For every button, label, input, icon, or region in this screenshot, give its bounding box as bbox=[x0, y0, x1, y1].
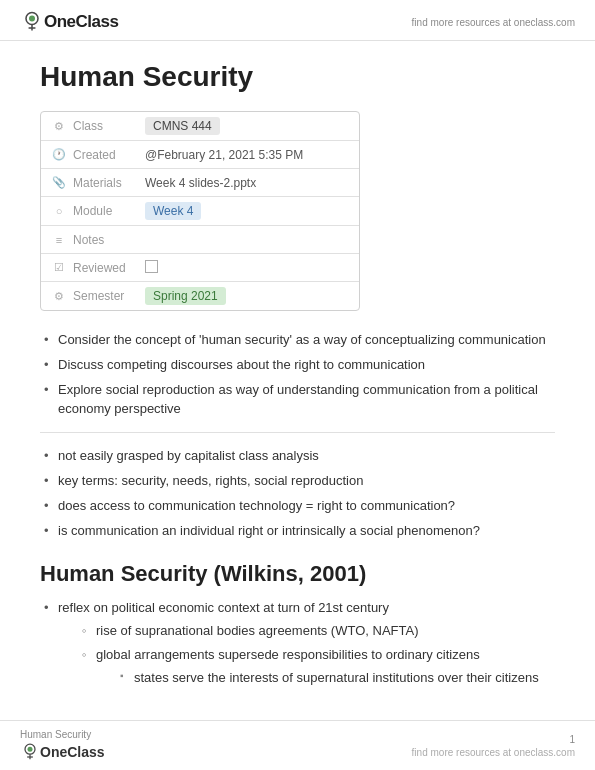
list-item: not easily grasped by capitalist class a… bbox=[40, 447, 555, 466]
sub-sub-bullet-list: states serve the interests of supernatur… bbox=[96, 669, 555, 688]
bullet-list-section3: reflex on political economic context at … bbox=[40, 599, 555, 688]
bullet-list-section1: Consider the concept of 'human security'… bbox=[40, 331, 555, 418]
header: OneClass find more resources at oneclass… bbox=[0, 0, 595, 41]
meta-value-semester: Spring 2021 bbox=[145, 287, 226, 305]
list-item: Consider the concept of 'human security'… bbox=[40, 331, 555, 350]
sub-bullet-list: rise of supranational bodies agreements … bbox=[58, 622, 555, 689]
footer-logo: OneClass bbox=[20, 742, 105, 762]
meta-row-materials: 📎 Materials Week 4 slides-2.pptx bbox=[41, 169, 359, 197]
clock-icon: 🕐 bbox=[51, 147, 67, 163]
bullet-list-section2: not easily grasped by capitalist class a… bbox=[40, 447, 555, 540]
list-item: rise of supranational bodies agreements … bbox=[78, 622, 555, 641]
meta-row-notes: ≡ Notes bbox=[41, 226, 359, 254]
footer-logo-icon bbox=[20, 742, 40, 762]
meta-label-class: Class bbox=[73, 119, 145, 133]
header-tagline: find more resources at oneclass.com bbox=[412, 17, 575, 28]
footer-right: 1 find more resources at oneclass.com bbox=[412, 734, 575, 758]
list-item: is communication an individual right or … bbox=[40, 522, 555, 541]
list-item: states serve the interests of supernatur… bbox=[116, 669, 555, 688]
meta-row-class: ⚙ Class CMNS 444 bbox=[41, 112, 359, 141]
meta-row-semester: ⚙ Semester Spring 2021 bbox=[41, 282, 359, 310]
meta-label-created: Created bbox=[73, 148, 145, 162]
circle-icon: ○ bbox=[51, 203, 67, 219]
footer-logo-text: OneClass bbox=[40, 744, 105, 760]
meta-value-module: Week 4 bbox=[145, 202, 201, 220]
paperclip-icon: 📎 bbox=[51, 175, 67, 191]
list-item: key terms: security, needs, rights, soci… bbox=[40, 472, 555, 491]
list-item: does access to communication technology … bbox=[40, 497, 555, 516]
checkmark-icon: ☑ bbox=[51, 260, 67, 276]
meta-label-module: Module bbox=[73, 204, 145, 218]
list-item: global arrangements supersede responsibi… bbox=[78, 646, 555, 688]
main-content: Human Security ⚙ Class CMNS 444 🕐 Create… bbox=[0, 41, 595, 740]
gear-icon: ⚙ bbox=[51, 118, 67, 134]
svg-point-1 bbox=[29, 16, 35, 22]
meta-row-created: 🕐 Created @February 21, 2021 5:35 PM bbox=[41, 141, 359, 169]
list-item: reflex on political economic context at … bbox=[40, 599, 555, 688]
footer-note-title: Human Security bbox=[20, 729, 105, 740]
list-item: Explore social reproduction as way of un… bbox=[40, 381, 555, 419]
footer: Human Security OneClass 1 find more reso… bbox=[0, 720, 595, 770]
footer-page-number: 1 bbox=[569, 734, 575, 745]
meta-value-materials: Week 4 slides-2.pptx bbox=[145, 176, 256, 190]
meta-label-semester: Semester bbox=[73, 289, 145, 303]
meta-value-class: CMNS 444 bbox=[145, 117, 220, 135]
meta-value-created: @February 21, 2021 5:35 PM bbox=[145, 148, 303, 162]
meta-label-materials: Materials bbox=[73, 176, 145, 190]
list-item: Discuss competing discourses about the r… bbox=[40, 356, 555, 375]
meta-row-module: ○ Module Week 4 bbox=[41, 197, 359, 226]
reviewed-checkbox[interactable] bbox=[145, 260, 158, 273]
meta-label-reviewed: Reviewed bbox=[73, 261, 145, 275]
logo-text: OneClass bbox=[44, 12, 118, 32]
logo-icon bbox=[20, 10, 44, 34]
list-icon: ≡ bbox=[51, 232, 67, 248]
metadata-table: ⚙ Class CMNS 444 🕐 Created @February 21,… bbox=[40, 111, 360, 311]
footer-left: Human Security OneClass bbox=[20, 729, 105, 762]
meta-row-reviewed: ☑ Reviewed bbox=[41, 254, 359, 282]
footer-tagline: find more resources at oneclass.com bbox=[412, 747, 575, 758]
logo: OneClass bbox=[20, 10, 118, 34]
meta-label-notes: Notes bbox=[73, 233, 145, 247]
page-title: Human Security bbox=[40, 61, 555, 93]
divider bbox=[40, 432, 555, 433]
section2-heading: Human Security (Wilkins, 2001) bbox=[40, 561, 555, 587]
meta-value-reviewed[interactable] bbox=[145, 260, 158, 276]
svg-point-5 bbox=[28, 747, 33, 752]
gear2-icon: ⚙ bbox=[51, 288, 67, 304]
